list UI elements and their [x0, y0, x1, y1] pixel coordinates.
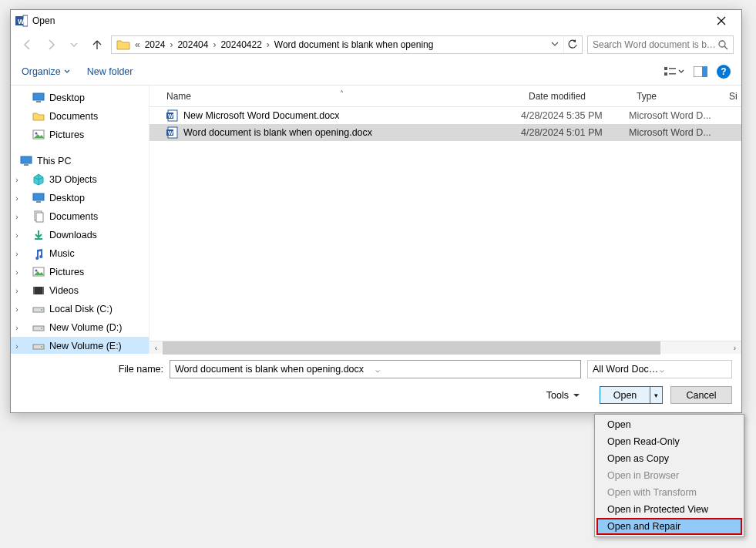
open-menu-item[interactable]: Open in Protected View	[596, 501, 742, 518]
expand-icon[interactable]: ›	[12, 213, 22, 221]
search-icon	[717, 39, 728, 50]
col-type[interactable]: Type	[629, 91, 721, 102]
back-button[interactable]	[18, 35, 37, 54]
filename-input[interactable]: Word document is blank when opening.docx…	[170, 360, 581, 378]
file-type-filter[interactable]: All Word Documents (*.docx;*. ⌵	[587, 360, 732, 378]
expand-icon[interactable]: ›	[12, 324, 22, 332]
file-list[interactable]: WNew Microsoft Word Document.docx4/28/20…	[150, 107, 741, 341]
col-type-label: Type	[637, 91, 657, 102]
open-button[interactable]: Open	[600, 386, 650, 404]
open-options-menu: OpenOpen Read-OnlyOpen as CopyOpen in Br…	[594, 414, 744, 537]
drive-icon	[32, 303, 45, 315]
svg-rect-16	[33, 193, 44, 200]
new-folder-button[interactable]: New folder	[87, 66, 133, 77]
crumb-3[interactable]: Word document is blank when opening	[271, 39, 437, 50]
scroll-right-button[interactable]: ›	[728, 341, 741, 355]
svg-rect-7	[669, 73, 676, 75]
expand-icon[interactable]: ›	[12, 268, 22, 277]
file-pane: Name Date modified Type Si WNew Microsof…	[150, 86, 741, 354]
expand-icon[interactable]: ›	[12, 342, 22, 351]
crumb-1[interactable]: 202404	[174, 39, 211, 50]
refresh-icon	[567, 39, 578, 50]
scroll-left-button[interactable]: ‹	[150, 341, 163, 355]
sidebar-item[interactable]: ›Desktop	[11, 189, 149, 207]
col-name[interactable]: Name	[159, 91, 521, 102]
close-icon	[717, 16, 726, 25]
refresh-button[interactable]	[563, 36, 580, 53]
sidebar-item[interactable]: ›Documents	[11, 207, 149, 226]
sidebar-item[interactable]: ›Music	[11, 244, 149, 263]
up-button[interactable]	[88, 35, 106, 54]
sidebar-item-label: Desktop	[49, 92, 85, 103]
sidebar-item[interactable]: ›Pictures	[11, 263, 149, 281]
breadcrumb: « 2024› 202404› 20240422› Word document …	[133, 39, 546, 50]
sidebar-item-label: Pictures	[49, 129, 84, 140]
svg-text:W: W	[18, 18, 25, 25]
sidebar-item[interactable]: Desktop	[11, 89, 149, 107]
sidebar-item-label: Desktop	[49, 193, 85, 203]
svg-point-22	[35, 270, 38, 272]
open-menu-item[interactable]: Open Read-Only	[596, 433, 742, 450]
file-row[interactable]: WWord document is blank when opening.doc…	[150, 124, 741, 141]
preview-pane-button[interactable]	[690, 63, 711, 80]
sidebar-item-label: Downloads	[49, 230, 97, 240]
view-options-button[interactable]	[664, 63, 684, 80]
crumb-2[interactable]: 20240422	[217, 39, 264, 50]
search-placeholder: Search Word document is bla...	[593, 39, 717, 50]
nav-row: « 2024› 202404› 20240422› Word document …	[11, 32, 741, 58]
arrow-left-icon	[22, 39, 34, 51]
open-menu-item[interactable]: Open as Copy	[596, 450, 742, 467]
horizontal-scrollbar[interactable]: ‹ ›	[150, 341, 741, 354]
address-bar[interactable]: « 2024› 202404› 20240422› Word document …	[111, 35, 583, 54]
chevron-right-icon: ›	[265, 39, 271, 50]
sidebar-item[interactable]: ›New Volume (E:)	[11, 337, 149, 354]
open-dropdown-button[interactable]: ▾	[650, 386, 663, 404]
this-pc-node[interactable]: This PC	[11, 152, 149, 170]
sidebar-item[interactable]: Documents	[11, 107, 149, 126]
expand-icon[interactable]: ›	[12, 194, 22, 203]
sidebar-item[interactable]: ›New Volume (D:)	[11, 318, 149, 337]
this-pc-label: This PC	[37, 156, 71, 166]
help-button[interactable]: ?	[717, 65, 731, 79]
crumb-0[interactable]: 2024	[142, 39, 169, 50]
expand-icon[interactable]: ›	[12, 250, 22, 258]
sidebar-item[interactable]: ›3D Objects	[11, 170, 149, 189]
tools-menu[interactable]: Tools	[546, 390, 580, 401]
organize-menu[interactable]: Organize	[22, 66, 70, 77]
svg-point-29	[41, 328, 42, 329]
svg-text:W: W	[168, 113, 173, 119]
sidebar-item[interactable]: ›Videos	[11, 281, 149, 300]
this-pc-icon	[20, 155, 32, 167]
cancel-button[interactable]: Cancel	[670, 386, 732, 404]
sidebar-item[interactable]: Pictures	[11, 126, 149, 144]
bottom-panel: File name: Word document is blank when o…	[11, 354, 741, 412]
svg-rect-9	[702, 66, 707, 77]
sidebar-item-label: Music	[49, 248, 75, 259]
forward-button[interactable]	[42, 35, 60, 54]
open-menu-item[interactable]: Open	[596, 416, 742, 433]
expand-icon[interactable]: ›	[12, 176, 22, 184]
sidebar-item[interactable]: ›Downloads	[11, 226, 149, 244]
close-button[interactable]	[706, 12, 737, 30]
scroll-track[interactable]	[163, 341, 728, 355]
preview-pane-icon	[694, 66, 707, 77]
filename-label: File name:	[113, 364, 163, 375]
file-row[interactable]: WNew Microsoft Word Document.docx4/28/20…	[150, 107, 741, 124]
recent-dropdown[interactable]	[65, 35, 83, 54]
col-date[interactable]: Date modified	[521, 91, 629, 102]
open-dialog: W Open « 2024› 202404› 20240422› Word do…	[10, 9, 742, 413]
arrow-right-icon	[45, 39, 57, 51]
search-input[interactable]: Search Word document is bla...	[587, 35, 734, 54]
svg-rect-19	[36, 213, 43, 222]
expand-icon[interactable]: ›	[12, 305, 22, 314]
expand-icon[interactable]: ›	[12, 287, 22, 295]
sidebar-item[interactable]: ›Local Disk (C:)	[11, 300, 149, 318]
open-menu-item[interactable]: Open and Repair	[596, 518, 742, 535]
col-size[interactable]: Si	[721, 91, 741, 102]
scroll-thumb[interactable]	[163, 341, 660, 355]
expand-icon[interactable]: ›	[12, 231, 22, 240]
sidebar-tree[interactable]: DesktopDocumentsPictures This PC ›3D Obj…	[11, 86, 150, 354]
cancel-label: Cancel	[687, 390, 717, 401]
chevron-right-icon: ›	[211, 39, 217, 50]
address-dropdown[interactable]	[546, 39, 563, 50]
